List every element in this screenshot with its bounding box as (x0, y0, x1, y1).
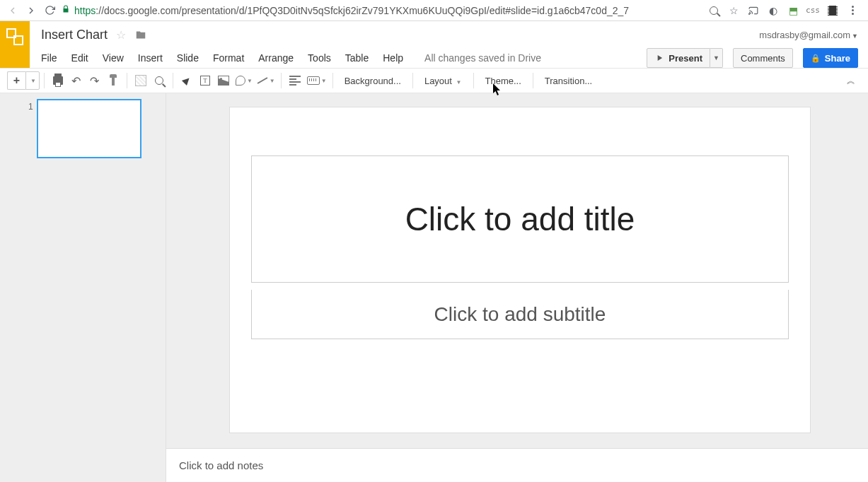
subtitle-placeholder-text: Click to add subtitle (434, 303, 606, 326)
url-path: ://docs.google.com/presentation/d/1PfQQ3… (96, 5, 629, 16)
menu-tools[interactable]: Tools (308, 52, 331, 64)
zoom-icon (155, 76, 163, 85)
textbox-icon: T (200, 76, 210, 86)
lock-icon: 🔒 (811, 54, 821, 63)
title-placeholder-text: Click to add title (405, 200, 635, 238)
url-protocol: https (74, 5, 96, 16)
present-button-group: Present ▼ (647, 48, 723, 68)
app-logo[interactable] (0, 21, 30, 68)
keyboard-icon (307, 76, 320, 85)
extension-css-icon[interactable]: css (806, 4, 819, 17)
subtitle-placeholder[interactable]: Click to add subtitle (251, 290, 789, 339)
browser-toolbar: https://docs.google.com/presentation/d/1… (0, 0, 868, 21)
slide-canvas-area: Click to add title Click to add subtitle (166, 93, 868, 482)
paint-format-button[interactable] (104, 71, 122, 90)
image-icon (218, 76, 229, 86)
print-icon (53, 76, 63, 85)
lock-icon (62, 5, 70, 16)
menu-bar: File Edit View Insert Slide Format Arran… (30, 48, 868, 68)
address-bar[interactable]: https://docs.google.com/presentation/d/1… (59, 0, 702, 20)
toolbar: + ▼ ↶ ↷ T ▼ ▼ ▼ Background... Layout ▼ T… (0, 68, 868, 93)
fit-icon (135, 75, 146, 86)
slide-canvas[interactable]: Click to add title Click to add subtitle (230, 107, 810, 433)
menu-slide[interactable]: Slide (177, 52, 199, 64)
present-dropdown[interactable]: ▼ (710, 48, 723, 68)
shape-icon (236, 76, 245, 86)
forward-button[interactable] (22, 1, 40, 20)
zoom-button[interactable] (150, 71, 168, 90)
select-tool[interactable] (178, 71, 196, 90)
menu-view[interactable]: View (103, 52, 124, 64)
background-button[interactable]: Background... (337, 76, 408, 86)
image-tool[interactable] (214, 71, 233, 90)
share-button[interactable]: 🔒 Share (803, 48, 858, 68)
menu-file[interactable]: File (41, 52, 57, 64)
user-account[interactable]: msdrasby@gmail.com▼ (759, 30, 858, 40)
caret-down-icon: ▼ (456, 79, 462, 86)
transition-button[interactable]: Transition... (538, 76, 599, 86)
thumb-index: 1 (28, 102, 33, 112)
menu-arrange[interactable]: Arrange (258, 52, 294, 64)
workspace: 1 Click to add title Click to add subtit… (0, 93, 868, 482)
reload-button[interactable] (40, 1, 59, 20)
shape-tool[interactable]: ▼ (233, 71, 254, 90)
new-slide-dropdown[interactable]: ▼ (25, 71, 40, 90)
zoom-indicator-icon[interactable] (707, 4, 720, 17)
print-button[interactable] (49, 71, 67, 90)
redo-button[interactable]: ↷ (86, 71, 104, 90)
menu-insert[interactable]: Insert (138, 52, 163, 64)
title-placeholder[interactable]: Click to add title (251, 155, 789, 283)
cast-icon[interactable] (747, 4, 760, 17)
browser-menu-icon[interactable] (846, 4, 859, 17)
slide-thumbnails: 1 (0, 93, 166, 482)
layout-button[interactable]: Layout ▼ (417, 76, 469, 86)
menu-edit[interactable]: Edit (71, 52, 88, 64)
new-slide-button[interactable]: + (7, 71, 25, 90)
input-tools[interactable]: ▼ (304, 71, 328, 90)
star-bookmark-icon[interactable]: ☆ (727, 4, 740, 17)
notes-placeholder: Click to add notes (179, 459, 263, 471)
back-button[interactable] (4, 1, 22, 20)
theme-button[interactable]: Theme... (478, 76, 528, 86)
collapse-toolbar-button[interactable]: ︽ (841, 75, 861, 87)
line-icon (257, 77, 267, 84)
extension-film-icon[interactable] (826, 4, 839, 17)
document-title[interactable]: Insert Chart (41, 28, 108, 42)
caret-down-icon: ▼ (852, 33, 858, 40)
cursor-icon (182, 76, 192, 86)
textbox-tool[interactable]: T (196, 71, 214, 90)
paint-icon (112, 76, 115, 86)
extension-icon-1[interactable]: ◐ (767, 4, 780, 17)
fit-button[interactable] (132, 71, 150, 90)
undo-button[interactable]: ↶ (67, 71, 86, 90)
align-tool[interactable] (286, 71, 304, 90)
star-icon[interactable]: ☆ (116, 28, 126, 42)
menu-help[interactable]: Help (383, 52, 403, 64)
align-icon (289, 76, 301, 86)
line-tool[interactable]: ▼ (254, 71, 277, 90)
speaker-notes[interactable]: Click to add notes (166, 448, 868, 482)
menu-format[interactable]: Format (213, 52, 244, 64)
slide-thumbnail-1[interactable] (37, 99, 141, 158)
folder-icon[interactable] (134, 30, 147, 40)
browser-action-icons: ☆ ◐ ⬒ css (702, 4, 864, 17)
menu-table[interactable]: Table (345, 52, 369, 64)
save-status: All changes saved in Drive (424, 52, 541, 64)
svg-point-0 (749, 13, 750, 14)
extension-icon-2[interactable]: ⬒ (787, 4, 799, 17)
present-button[interactable]: Present (647, 48, 710, 68)
comments-button[interactable]: Comments (733, 48, 793, 68)
